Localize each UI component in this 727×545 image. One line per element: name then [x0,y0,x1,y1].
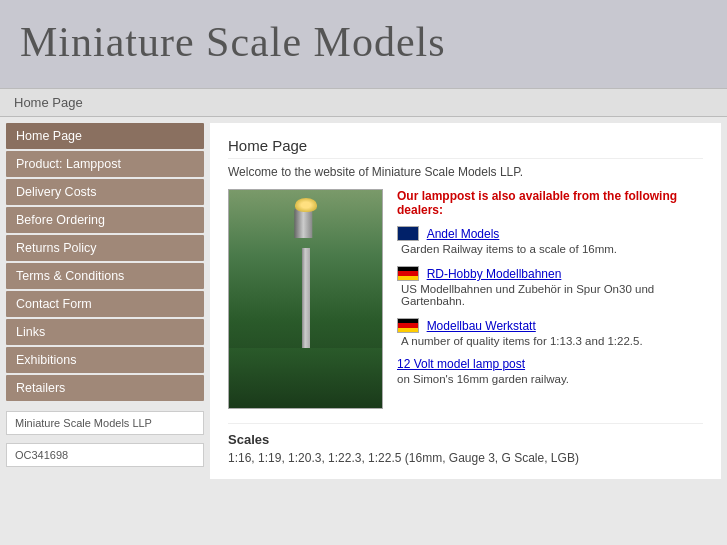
dealer-1-header: RD-Hobby Modellbahnen [397,265,703,281]
sidebar-item-returns-policy[interactable]: Returns Policy [6,235,204,261]
content-title: Home Page [228,137,703,159]
dealer-0-desc: Garden Railway items to a scale of 16mm. [401,243,703,255]
dealer-entry-0: Andel Models Garden Railway items to a s… [397,225,703,255]
dealers-section: Our lamppost is also available from the … [397,189,703,409]
scales-section: Scales 1:16, 1:19, 1:20.3, 1:22.3, 1:22.… [228,423,703,465]
dealers-title: Our lamppost is also available from the … [397,189,703,217]
sidebar-item-exhibitions[interactable]: Exhibitions [6,347,204,373]
lamp-post-link[interactable]: 12 Volt model lamp post [397,357,703,371]
sidebar-info-company: Miniature Scale Models LLP [6,411,204,435]
dealer-2-link[interactable]: Modellbau Werkstatt [427,319,536,333]
sidebar-item-links[interactable]: Links [6,319,204,345]
flag-de-icon-1 [397,318,419,333]
content-intro: Welcome to the website of Miniature Scal… [228,165,703,179]
sidebar-item-contact-form[interactable]: Contact Form [6,291,204,317]
sidebar-item-terms-conditions[interactable]: Terms & Conditions [6,263,204,289]
site-title: Miniature Scale Models [20,18,707,66]
breadcrumb-label: Home Page [14,95,83,110]
sidebar-item-product-lamppost[interactable]: Product: Lamppost [6,151,204,177]
sidebar-item-home-page[interactable]: Home Page [6,123,204,149]
content-area: Home Page Welcome to the website of Mini… [210,123,721,479]
dealer-2-desc: A number of quality items for 1:13.3 and… [401,335,703,347]
content-inner: Our lamppost is also available from the … [228,189,703,409]
lamp-post-desc: on Simon's 16mm garden railway. [397,373,569,385]
dealer-entry-2: Modellbau Werkstatt A number of quality … [397,317,703,347]
dealer-2-header: Modellbau Werkstatt [397,317,703,333]
flag-uk-icon [397,226,419,241]
scales-title: Scales [228,432,703,447]
main-layout: Home Page Product: Lamppost Delivery Cos… [0,117,727,485]
sidebar: Home Page Product: Lamppost Delivery Cos… [0,117,210,485]
dealer-1-link[interactable]: RD-Hobby Modellbahnen [427,267,562,281]
sidebar-item-before-ordering[interactable]: Before Ordering [6,207,204,233]
header: Miniature Scale Models [0,0,727,88]
flag-de-icon-0 [397,266,419,281]
scales-text: 1:16, 1:19, 1:20.3, 1:22.3, 1:22.5 (16mm… [228,451,703,465]
lamppost-image [228,189,383,409]
dealer-0-header: Andel Models [397,225,703,241]
dealer-1-desc: US Modellbahnen und Zubehör in Spur On30… [401,283,703,307]
sidebar-info-reg: OC341698 [6,443,204,467]
sidebar-item-retailers[interactable]: Retailers [6,375,204,401]
sidebar-item-delivery-costs[interactable]: Delivery Costs [6,179,204,205]
dealer-entry-1: RD-Hobby Modellbahnen US Modellbahnen un… [397,265,703,307]
dealer-0-link[interactable]: Andel Models [427,227,500,241]
breadcrumb: Home Page [0,88,727,117]
lamppost-visual [229,190,382,408]
